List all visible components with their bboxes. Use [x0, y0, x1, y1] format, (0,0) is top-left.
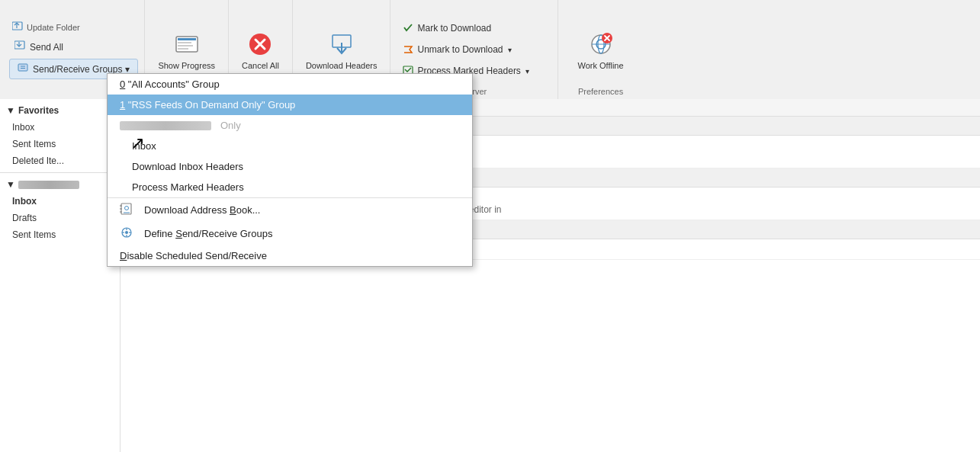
- mark-download-label: Mark to Download: [417, 23, 491, 34]
- update-folder-label: Update Folder: [27, 23, 80, 32]
- download-headers-button[interactable]: Download Headers: [299, 19, 384, 80]
- show-progress-label: Show Progress: [158, 61, 215, 70]
- process-dropdown-icon: ▾: [525, 67, 529, 75]
- favorites-collapse-icon[interactable]: ▼: [6, 105, 15, 116]
- send-all-icon: [14, 40, 27, 53]
- rss-feeds-label: 1 "RSS Feeds On Demand Only" Group: [120, 99, 295, 111]
- sidebar: ▼ Favorites Inbox Sent Items Deleted Ite…: [0, 99, 120, 452]
- define-groups-icon: [120, 226, 133, 241]
- blurred-only-label: Only: [220, 120, 241, 131]
- svg-rect-9: [178, 42, 191, 43]
- sidebar-item-sent[interactable]: Sent Items: [0, 136, 120, 152]
- sidebar-item-deleted[interactable]: Deleted Ite...: [0, 152, 120, 169]
- show-progress-icon: [172, 29, 202, 59]
- update-folder-button[interactable]: Update Folder: [9, 20, 83, 35]
- sidebar-sent-label: Sent Items: [12, 139, 56, 149]
- account-name: [18, 181, 79, 189]
- inbox-label: Inbox: [132, 140, 156, 152]
- dropdown-item-inbox[interactable]: Inbox: [108, 136, 472, 156]
- svg-rect-4: [18, 64, 27, 71]
- blurred-icon: [120, 121, 211, 130]
- cancel-all-button[interactable]: Cancel All: [235, 19, 286, 80]
- work-offline-label: Work Offline: [577, 61, 623, 70]
- sidebar-inbox-label: Inbox: [12, 122, 34, 133]
- preferences-label: Preferences: [558, 87, 642, 96]
- unmark-dropdown-icon: ▾: [508, 46, 512, 54]
- sidebar-item-account-inbox[interactable]: Inbox: [0, 193, 120, 210]
- send-receive-groups-dropdown: 0 "All Accounts" Group 1 "RSS Feeds On D…: [107, 73, 473, 267]
- unmark-download-button[interactable]: Unmark to Download ▾: [397, 40, 551, 59]
- dropdown-item-define-groups[interactable]: Define Send/Receive Groups: [108, 222, 472, 245]
- svg-point-32: [125, 231, 128, 234]
- download-headers-icon: [326, 29, 357, 59]
- address-book-icon: [120, 203, 133, 217]
- unmark-download-icon: [402, 43, 414, 57]
- download-address-book-label: Download Address Book...: [144, 204, 260, 216]
- sg-icon: [18, 63, 30, 75]
- cancel-all-label: Cancel All: [242, 61, 279, 70]
- svg-point-29: [125, 207, 129, 210]
- account-header: ▼: [0, 176, 120, 193]
- work-offline-icon: [586, 29, 616, 59]
- sidebar-deleted-label: Deleted Ite...: [12, 155, 64, 166]
- define-groups-label: Define Send/Receive Groups: [144, 228, 272, 239]
- dropdown-item-disable-scheduled[interactable]: Disable Scheduled Send/Receive: [108, 245, 472, 266]
- disable-scheduled-label: Disable Scheduled Send/Receive: [120, 250, 267, 261]
- dropdown-item-process-marked[interactable]: Process Marked Headers: [108, 177, 472, 197]
- unmark-download-label: Unmark to Download: [417, 44, 503, 55]
- show-progress-button[interactable]: Show Progress: [151, 19, 222, 80]
- dropdown-item-blurred[interactable]: Only: [108, 115, 472, 136]
- update-folder-icon: [12, 21, 24, 34]
- favorites-label: Favorites: [18, 105, 59, 116]
- dropdown-item-all-accounts[interactable]: 0 "All Accounts" Group: [108, 74, 472, 95]
- svg-rect-10: [178, 45, 193, 46]
- sidebar-divider: [0, 172, 120, 173]
- download-inbox-headers-label: Download Inbox Headers: [132, 161, 243, 172]
- process-marked-menu-label: Process Marked Headers: [132, 181, 244, 193]
- sidebar-item-account-drafts[interactable]: Drafts: [0, 210, 120, 226]
- sidebar-item-inbox[interactable]: Inbox: [0, 119, 120, 136]
- mark-to-download-button[interactable]: Mark to Download: [397, 19, 551, 38]
- cancel-all-icon: [245, 29, 275, 59]
- work-offline-button[interactable]: Work Offline: [570, 19, 630, 80]
- svg-rect-8: [178, 38, 196, 40]
- download-headers-label: Download Headers: [306, 61, 378, 70]
- dropdown-item-rss-feeds[interactable]: 1 "RSS Feeds On Demand Only" Group: [108, 95, 472, 115]
- all-accounts-label: 0 "All Accounts" Group: [120, 79, 220, 90]
- dropdown-item-download-address-book[interactable]: Download Address Book...: [108, 197, 472, 222]
- svg-rect-11: [178, 48, 188, 50]
- account-sent-label: Sent Items: [12, 229, 56, 240]
- account-inbox-label: Inbox: [12, 196, 37, 207]
- send-all-label: Send All: [30, 42, 63, 53]
- dropdown-item-download-inbox-headers[interactable]: Download Inbox Headers: [108, 156, 472, 177]
- account-collapse-icon[interactable]: ▼: [6, 179, 15, 190]
- sidebar-item-account-sent[interactable]: Sent Items: [0, 226, 120, 243]
- mark-download-icon: [402, 21, 414, 36]
- account-drafts-label: Drafts: [12, 213, 37, 223]
- favorites-header: ▼ Favorites: [0, 102, 120, 119]
- preferences-section: Work Offline Preferences: [558, 0, 642, 99]
- send-all-button[interactable]: Send All: [9, 37, 69, 56]
